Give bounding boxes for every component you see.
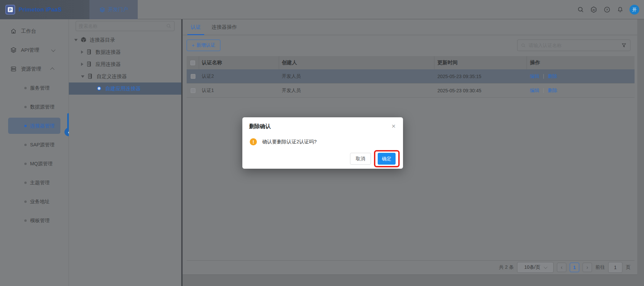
page-size-select[interactable]: 10条/页 xyxy=(517,262,554,273)
header-actions: AI ? 开 xyxy=(577,0,639,19)
caret-down-icon[interactable] xyxy=(81,75,84,78)
sidebar-item-label: SAP源管理 xyxy=(30,142,55,148)
sidebar-item-label: 数据源管理 xyxy=(30,104,55,110)
plus-icon: + xyxy=(192,43,194,48)
connector-tree-panel: 连接器目录 数据连接器 应用连接器 自定义连接器 xyxy=(69,19,181,286)
bullet-icon xyxy=(24,219,27,222)
filter-funnel-icon[interactable] xyxy=(621,43,627,48)
caret-right-icon[interactable] xyxy=(81,50,83,54)
bullet-icon xyxy=(24,87,27,89)
edit-link[interactable]: 编辑 xyxy=(530,73,539,79)
tree-node-data-connector[interactable]: 数据连接器 xyxy=(69,46,181,58)
chevron-right-icon: › xyxy=(586,264,588,270)
sidebar-item-connector-mgmt[interactable]: 连接器管理 xyxy=(8,118,60,134)
add-auth-button[interactable]: + 新增认证 xyxy=(187,40,220,51)
sidebar-item-topic-mgmt[interactable]: 主题管理 xyxy=(0,173,69,192)
auth-search-input[interactable] xyxy=(529,43,618,48)
app-logo: P Primeton iPaaS xyxy=(5,5,62,15)
sidebar-item-template-mgmt[interactable]: 模板管理 xyxy=(0,211,69,230)
tree-node-label: 自建应用连接器 xyxy=(105,86,141,92)
column-header: 认证名称 xyxy=(199,56,279,69)
sidebar-item-sap-mgmt[interactable]: SAP源管理 xyxy=(0,135,69,154)
notification-bell-icon[interactable] xyxy=(616,6,624,14)
search-icon[interactable] xyxy=(166,23,171,29)
logo-icon: P xyxy=(5,5,15,15)
sidebar-item-workbench[interactable]: 工作台 xyxy=(0,22,69,41)
cancel-button[interactable]: 取消 xyxy=(350,153,371,165)
chevron-down-icon xyxy=(543,265,547,269)
goto-page-input[interactable] xyxy=(608,262,622,273)
pagination-divider xyxy=(187,260,635,261)
app-header: P Primeton iPaaS 开发门户 AI ? 开 xyxy=(0,0,644,19)
tree-node-root[interactable]: 连接器目录 xyxy=(69,34,181,46)
page-unit-label: 页 xyxy=(626,264,630,270)
caret-down-icon[interactable] xyxy=(74,39,78,41)
confirm-button[interactable]: 确定 xyxy=(378,153,396,165)
ring-icon xyxy=(96,85,103,92)
server-icon xyxy=(10,66,17,72)
row-checkbox[interactable] xyxy=(191,88,195,93)
page-number: 1 xyxy=(573,265,576,270)
sidebar-item-api[interactable]: API管理 xyxy=(0,41,69,59)
delete-link[interactable]: 删除 xyxy=(548,88,557,94)
row-checkbox[interactable] xyxy=(191,74,195,79)
sidebar-item-datasource-mgmt[interactable]: 数据源管理 xyxy=(0,97,69,116)
cell-creator: 开发人员 xyxy=(279,88,434,94)
tree-search-input[interactable] xyxy=(79,23,166,29)
card-bottom-border xyxy=(183,275,637,275)
search-icon[interactable] xyxy=(577,6,584,14)
chevron-left-icon: ‹ xyxy=(561,264,562,270)
caret-right-icon[interactable] xyxy=(81,63,83,66)
next-page-button[interactable]: › xyxy=(583,263,592,272)
bullet-icon xyxy=(24,200,27,203)
tree-node-label: 数据连接器 xyxy=(96,49,121,55)
current-page-button[interactable]: 1 xyxy=(570,263,579,272)
help-icon[interactable]: ? xyxy=(603,6,611,14)
bullet-icon xyxy=(24,163,27,165)
ai-assistant-icon[interactable]: AI xyxy=(590,6,597,14)
modal-close-button[interactable]: × xyxy=(390,122,398,130)
sidebar-item-business-address[interactable]: 业务地址 xyxy=(0,192,69,211)
document-icon xyxy=(86,61,93,68)
tree-node-app-connector[interactable]: 应用连接器 xyxy=(69,58,181,70)
tree-node-custom-connector[interactable]: 自定义连接器 xyxy=(69,70,181,82)
cell-auth-name: 认证2 xyxy=(199,73,279,79)
cell-updated: 2025-05-23 09:30:45 xyxy=(434,88,527,93)
column-header: 更新时间 xyxy=(434,56,527,69)
goto-label: 前往 xyxy=(595,264,605,270)
auth-table: 认证名称 创建人 更新时间 操作 认证2 开发人员 2025-05-23 09:… xyxy=(187,56,635,98)
tree-node-label: 连接器目录 xyxy=(90,37,115,43)
edit-link[interactable]: 编辑 xyxy=(530,88,539,94)
tab-connector-ops[interactable]: 连接器操作 xyxy=(206,19,242,35)
cube-icon xyxy=(80,37,87,43)
user-avatar[interactable]: 开 xyxy=(629,5,639,15)
sidebar-item-label: 主题管理 xyxy=(30,180,50,186)
table-row[interactable]: 认证1 开发人员 2025-05-23 09:30:45 编辑 删除 xyxy=(187,84,635,98)
sidebar-item-mq-mgmt[interactable]: MQ源管理 xyxy=(0,154,69,173)
portal-tab-developer[interactable]: 开发门户 xyxy=(89,0,138,19)
sidebar-item-resources[interactable]: 资源管理 xyxy=(0,59,69,78)
bullet-icon xyxy=(24,106,27,108)
table-row[interactable]: 认证2 开发人员 2025-05-23 09:35:15 编辑 删除 xyxy=(187,69,635,84)
select-all-checkbox[interactable] xyxy=(190,61,195,65)
chevron-up-icon xyxy=(50,67,55,72)
sidebar-item-label: API管理 xyxy=(21,47,39,53)
layers-icon xyxy=(10,47,17,53)
sidebar-nav: 工作台 API管理 资源管理 服务管理 数据源管理 连接器管理 SAP源管理 M… xyxy=(0,19,69,286)
column-header: 创建人 xyxy=(279,56,434,69)
sidebar-item-label: 工作台 xyxy=(21,28,36,34)
prev-page-button[interactable]: ‹ xyxy=(557,263,566,272)
auth-search-box xyxy=(517,40,630,51)
delete-link[interactable]: 删除 xyxy=(548,73,557,79)
tab-label: 连接器操作 xyxy=(212,24,237,30)
sidebar-item-service-mgmt[interactable]: 服务管理 xyxy=(0,78,69,97)
sidebar-item-label: MQ源管理 xyxy=(30,161,53,167)
modal-message: 确认要删除认证2认证吗? xyxy=(262,139,317,145)
tree-node-selfbuilt-app-connector[interactable]: 自建应用连接器 xyxy=(69,82,181,95)
add-auth-label: 新增认证 xyxy=(196,42,215,48)
tab-auth[interactable]: 认证 xyxy=(185,19,206,35)
search-icon xyxy=(521,43,526,48)
sidebar-item-label: 资源管理 xyxy=(21,66,41,72)
home-icon xyxy=(10,28,17,34)
table-header-row: 认证名称 创建人 更新时间 操作 xyxy=(187,56,635,69)
